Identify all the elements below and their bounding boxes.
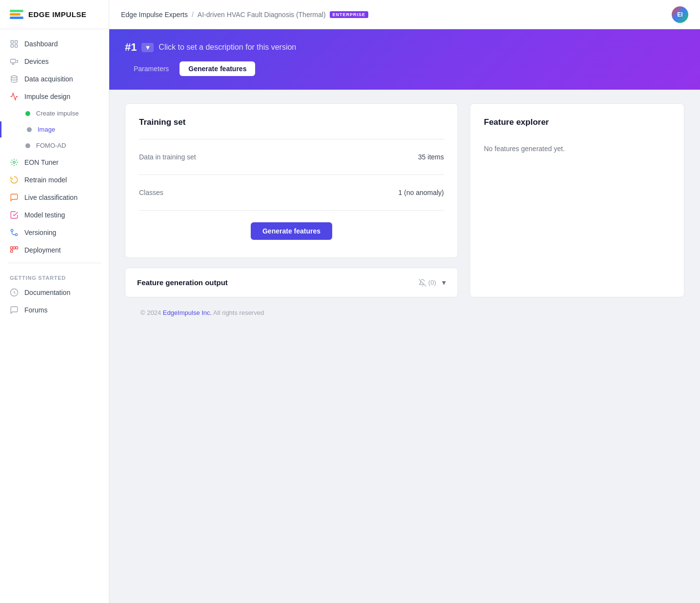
sidebar-item-forums[interactable]: Forums — [0, 301, 109, 319]
svg-rect-12 — [13, 247, 16, 249]
sidebar-nav: Dashboard Devices Data acquisition — [0, 29, 109, 603]
sidebar: EDGE IMPULSE Dashboard Devices — [0, 0, 109, 603]
stat-value-classes: 1 (no anomaly) — [399, 189, 444, 196]
sidebar-item-fomo-ad[interactable]: FOMO-AD — [0, 137, 109, 154]
content-area: Training set Data in training set 35 ite… — [109, 90, 700, 603]
footer-rights: All rights reserved — [213, 309, 264, 316]
data-icon — [10, 75, 19, 83]
svg-rect-3 — [15, 45, 18, 47]
sidebar-item-live-label: Live classification — [24, 194, 78, 201]
page-body: #1 ▼ Click to set a description for this… — [109, 29, 700, 603]
avatar[interactable]: EI — [672, 6, 688, 23]
sidebar-item-eon-tuner[interactable]: EON Tuner — [0, 154, 109, 171]
sidebar-item-create-impulse[interactable]: Create impulse — [0, 105, 109, 121]
svg-rect-1 — [15, 40, 18, 43]
create-impulse-dot — [25, 111, 30, 116]
card-divider-1 — [139, 139, 444, 139]
svg-point-8 — [13, 161, 16, 164]
footer-copyright: © 2024 — [140, 309, 161, 316]
forums-icon — [10, 306, 19, 314]
no-features-text: No features generated yet. — [484, 137, 670, 160]
sidebar-item-versioning-label: Versioning — [24, 229, 56, 236]
left-column: Training set Data in training set 35 ite… — [125, 103, 458, 297]
stat-row-data: Data in training set 35 items — [139, 147, 444, 167]
sidebar-item-image[interactable]: Image — [0, 121, 109, 137]
breadcrumb: Edge Impulse Experts / AI-driven HVAC Fa… — [121, 11, 368, 19]
sidebar-item-impulse-design[interactable]: Impulse design — [0, 88, 109, 105]
deploy-icon — [10, 246, 19, 254]
svg-point-9 — [11, 229, 13, 232]
logo-icon — [10, 10, 23, 19]
bell-slash-icon — [419, 279, 426, 287]
version-dropdown-button[interactable]: ▼ — [141, 43, 154, 52]
svg-rect-14 — [11, 250, 13, 253]
footer: © 2024 EdgeImpulse Inc. All rights reser… — [125, 297, 684, 328]
sidebar-item-deployment[interactable]: Deployment — [0, 241, 109, 259]
training-set-title: Training set — [139, 117, 444, 127]
logo-bar-1 — [10, 10, 23, 12]
sidebar-item-dashboard-label: Dashboard — [24, 40, 58, 48]
tab-parameters[interactable]: Parameters — [125, 61, 178, 76]
sidebar-item-versioning[interactable]: Versioning — [0, 224, 109, 241]
sidebar-item-model-testing[interactable]: Model testing — [0, 206, 109, 224]
breadcrumb-org[interactable]: Edge Impulse Experts — [121, 11, 188, 19]
sidebar-item-impulse-label: Impulse design — [24, 93, 70, 100]
model-icon — [10, 211, 19, 219]
sidebar-item-dashboard[interactable]: Dashboard — [0, 35, 109, 53]
hero-banner: #1 ▼ Click to set a description for this… — [109, 29, 700, 90]
output-count: (0) — [428, 279, 436, 286]
sidebar-item-create-impulse-label: Create impulse — [36, 110, 79, 117]
sidebar-item-data-acquisition[interactable]: Data acquisition — [0, 70, 109, 88]
sidebar-item-retrain[interactable]: Retrain model — [0, 171, 109, 189]
topbar: Edge Impulse Experts / AI-driven HVAC Fa… — [109, 0, 700, 29]
tab-generate-features[interactable]: Generate features — [180, 61, 255, 76]
logo-text: EDGE IMPULSE — [28, 10, 86, 19]
version-label: #1 — [125, 41, 137, 54]
hero-top: #1 ▼ Click to set a description for this… — [125, 41, 684, 54]
footer-company-link[interactable]: EdgeImpulse Inc. — [163, 309, 212, 316]
stat-label-classes: Classes — [139, 189, 163, 196]
eon-icon — [10, 158, 19, 167]
training-set-card: Training set Data in training set 35 ite… — [125, 103, 458, 258]
generate-features-button[interactable]: Generate features — [251, 222, 332, 240]
fomo-dot — [25, 143, 30, 148]
sidebar-divider — [8, 263, 101, 263]
breadcrumb-separator: / — [192, 11, 194, 19]
logo[interactable]: EDGE IMPULSE — [0, 0, 109, 29]
chevron-down-icon: ▾ — [442, 278, 446, 287]
main-content: Edge Impulse Experts / AI-driven HVAC Fa… — [109, 0, 700, 603]
stat-row-classes: Classes 1 (no anomaly) — [139, 183, 444, 202]
feature-explorer-card: Feature explorer No features generated y… — [470, 103, 684, 297]
output-right: (0) ▾ — [419, 278, 446, 287]
hero-tabs: Parameters Generate features — [125, 61, 684, 76]
sidebar-item-retrain-label: Retrain model — [24, 176, 67, 184]
svg-point-10 — [15, 233, 18, 236]
sidebar-item-eon-label: EON Tuner — [24, 158, 59, 166]
sidebar-item-image-label: Image — [38, 126, 55, 133]
enterprise-badge: ENTERPRISE — [330, 11, 369, 18]
feature-generation-output-card[interactable]: Feature generation output (0) ▾ — [125, 268, 458, 297]
sidebar-item-devices[interactable]: Devices — [0, 53, 109, 70]
devices-icon — [10, 57, 19, 66]
hero-description[interactable]: Click to set a description for this vers… — [159, 43, 296, 52]
svg-rect-4 — [11, 59, 16, 63]
sidebar-item-docs-label: Documentation — [24, 289, 70, 296]
output-title: Feature generation output — [137, 278, 228, 287]
version-icon — [10, 228, 19, 237]
sidebar-item-live-classification[interactable]: Live classification — [0, 189, 109, 206]
getting-started-label: GETTING STARTED — [0, 267, 109, 284]
impulse-icon — [10, 92, 19, 101]
retrain-icon — [10, 175, 19, 184]
logo-bar-3 — [10, 17, 23, 19]
docs-icon — [10, 288, 19, 297]
stat-label-data: Data in training set — [139, 153, 196, 161]
svg-point-7 — [11, 76, 17, 78]
output-notification: (0) — [419, 279, 436, 287]
logo-bar-2 — [10, 13, 20, 16]
sidebar-item-devices-label: Devices — [24, 58, 49, 65]
sidebar-item-documentation[interactable]: Documentation — [0, 284, 109, 301]
feature-explorer-title: Feature explorer — [484, 117, 670, 127]
image-dot — [27, 127, 32, 132]
sidebar-item-forums-label: Forums — [24, 306, 47, 314]
live-icon — [10, 193, 19, 202]
